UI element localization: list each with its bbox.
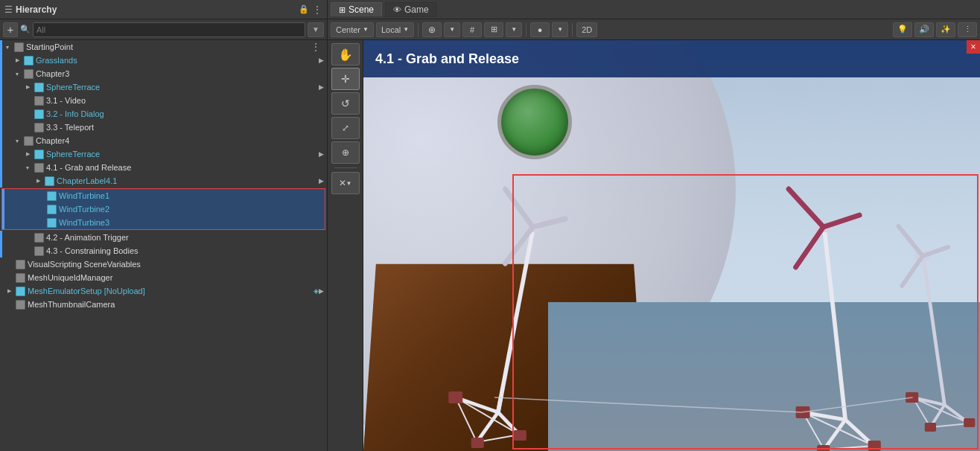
viewport-tabs: ⊞ Scene 👁 Game [328, 0, 980, 19]
tree-item-constrain[interactable]: 4.3 - Constraining Bodies [0, 244, 327, 258]
hierarchy-menu-icon: ☰ [4, 4, 13, 15]
expand-chapter4: ▼ [12, 138, 22, 144]
local-dropdown-btn[interactable]: Local ▼ [376, 22, 414, 37]
game-tab-label: Game [404, 4, 429, 15]
expand-sphereterrace2: ▶ [22, 151, 33, 157]
tree-item-windturbine1[interactable]: WindTurbine1 [2, 189, 325, 202]
icon-infodialog [33, 108, 45, 120]
label-infodialog: 3.2 - Info Dialog [46, 109, 324, 118]
svg-rect-23 [868, 441, 881, 451]
tree-item-animtrigger[interactable]: 4.2 - Animation Trigger [0, 231, 327, 244]
search-options-button[interactable]: ▼ [308, 22, 324, 37]
tree-item-grabrelease[interactable]: ▼ 4.1 - Grab and Release [0, 161, 327, 174]
light-btn[interactable]: 💡 [893, 22, 912, 37]
arrow-grasslands: ▶ [319, 57, 324, 64]
icon-chapter3 [22, 68, 34, 80]
tree-item-sphereterrace2[interactable]: ▶ SphereTerrace ▶ [0, 147, 327, 161]
icon-windturbine3 [45, 217, 57, 228]
game-tab[interactable]: 👁 Game [385, 2, 437, 17]
label-chapter3: Chapter3 [36, 69, 324, 78]
meshemulator-icon: ◈ [314, 287, 319, 295]
close-x-icon: × [970, 42, 976, 52]
tree-item-meshemulator[interactable]: ▶ MeshEmulatorSetup [NoUpload] ◈ ▶ [0, 284, 327, 298]
label-constrain: 4.3 - Constraining Bodies [46, 246, 324, 255]
add-button[interactable]: + [3, 22, 18, 37]
local-chevron: ▼ [403, 26, 409, 33]
svg-line-28 [923, 256, 945, 405]
tree-item-meshthumbnail[interactable]: MeshThumbnailCamera [0, 298, 327, 311]
label-startingpoint: StartingPoint [26, 42, 311, 51]
sound-btn[interactable]: 🔊 [914, 22, 934, 37]
label-sphereterrace1: SphereTerrace [46, 83, 319, 92]
move-scene-tool-btn[interactable]: ✛ [331, 68, 360, 90]
svg-rect-9 [514, 430, 526, 441]
tree-item-grasslands[interactable]: ▶ Grasslands ▶ [0, 54, 327, 67]
svg-rect-37 [964, 418, 975, 427]
icon-meshunique [14, 272, 26, 284]
tree-item-windturbine3[interactable]: WindTurbine3 [2, 216, 325, 229]
tree-item-visualscripting[interactable]: VisualScripting SceneVariables [0, 258, 327, 271]
effects-btn[interactable]: ✨ [936, 22, 955, 37]
scene-3d-area: 4.1 - Grab and Release [363, 40, 980, 451]
tree-item-windturbine2[interactable]: WindTurbine2 [2, 202, 325, 216]
search-area: + 🔍 ▼ [0, 19, 328, 40]
svg-line-33 [930, 423, 969, 427]
tree-item-chapter4[interactable]: ▼ Chapter4 [0, 134, 327, 147]
icon-visualscripting [14, 258, 26, 270]
hierarchy-tree: ▼ StartingPoint ⋮ ▶ Grasslands ▶ ▼ [0, 40, 328, 451]
render-mode-btn[interactable]: ● [530, 22, 550, 37]
tree-item-teleport[interactable]: 3.3 - Teleport [0, 121, 327, 134]
custom-tool-btn[interactable]: ✕ ▼ [331, 172, 360, 194]
hand-tool-btn[interactable]: ✋ [331, 43, 360, 65]
tree-item-chapterlabel41[interactable]: ▶ ChapterLabel4.1 ▶ [0, 174, 327, 188]
label-teleport: 3.3 - Teleport [46, 123, 324, 132]
scene-close-btn[interactable]: × [967, 40, 980, 54]
icon-startingpoint [13, 41, 25, 53]
svg-line-14 [824, 226, 846, 420]
twod-btn[interactable]: 2D [576, 22, 597, 37]
tree-item-sphereterrace1[interactable]: ▶ SphereTerrace ▶ [0, 80, 327, 94]
label-chapterlabel41: ChapterLabel4.1 [57, 176, 319, 185]
tree-item-infodialog[interactable]: 3.2 - Info Dialog [0, 107, 327, 121]
render-options-btn[interactable]: ▼ [552, 22, 568, 37]
scale-tool-btn[interactable]: ⤢ [331, 117, 360, 139]
more-scene-btn[interactable]: ⋮ [958, 22, 977, 37]
grid-options-btn[interactable]: ▼ [506, 22, 522, 37]
icon-windturbine1 [45, 190, 57, 202]
search-input[interactable] [33, 22, 305, 37]
transform-btn[interactable]: # [462, 22, 482, 37]
arrow-chapterlabel41: ▶ [319, 177, 324, 185]
rect-tool-btn[interactable]: ⊕ [331, 141, 360, 164]
label-windturbine1: WindTurbine1 [59, 191, 322, 200]
rotate-tool-btn[interactable]: ↺ [331, 92, 360, 115]
hierarchy-tab[interactable]: ☰ Hierarchy 🔒 ⋮ [0, 0, 328, 19]
scene-tab-label: Scene [349, 4, 374, 15]
snap-btn[interactable]: ▼ [444, 22, 460, 37]
tree-item-startingpoint[interactable]: ▼ StartingPoint ⋮ [0, 40, 327, 54]
icon-sphereterrace1 [33, 81, 45, 93]
tree-item-chapter3[interactable]: ▼ Chapter3 [0, 67, 327, 80]
expand-grabrelease: ▼ [22, 165, 33, 170]
scene-tab[interactable]: ⊞ Scene [331, 2, 382, 16]
label-meshthumbnail: MeshThumbnailCamera [28, 300, 324, 309]
move-tool-btn[interactable]: ⊕ [422, 22, 442, 37]
toolbar-separator-2 [526, 23, 526, 36]
icon-chapterlabel41 [43, 175, 55, 187]
tree-item-video[interactable]: 3.1 - Video [0, 94, 327, 107]
hierarchy-lock-icon: 🔒 [299, 4, 309, 14]
windturbine-group: WindTurbine1 WindTurbine2 WindTu [1, 188, 325, 230]
expand-chapterlabel41: ▶ [33, 178, 43, 184]
svg-rect-7 [448, 391, 462, 403]
grid-btn[interactable]: ⊞ [484, 22, 503, 37]
center-dropdown-btn[interactable]: Center ▼ [331, 22, 374, 37]
scene-svg [363, 40, 980, 451]
svg-line-43 [801, 397, 912, 412]
svg-line-40 [902, 256, 923, 286]
label-windturbine2: WindTurbine2 [59, 205, 322, 214]
label-chapter4: Chapter4 [36, 136, 324, 145]
wind-turbine-left [448, 189, 565, 448]
local-label: Local [381, 25, 401, 34]
hierarchy-more-icon[interactable]: ⋮ [312, 4, 322, 16]
tree-item-meshunique[interactable]: MeshUniqueIdManager [0, 271, 327, 284]
more-startingpoint[interactable]: ⋮ [311, 41, 324, 53]
